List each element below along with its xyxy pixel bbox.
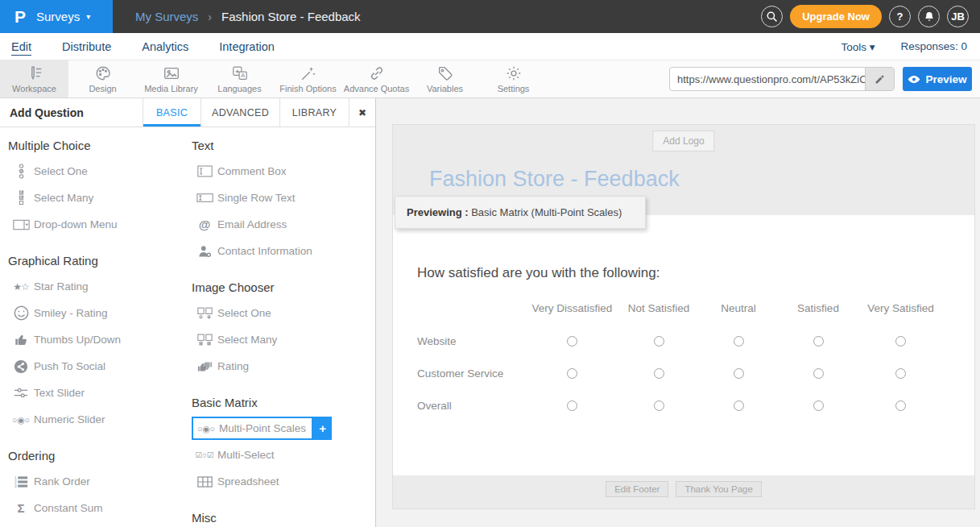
section-title-basic-matrix: Basic Matrix	[192, 396, 375, 409]
question-type-comment-box[interactable]: Comment Box	[192, 158, 375, 185]
matrix-radio-overall-very-dissatisfied[interactable]	[567, 400, 577, 411]
question-type-rating[interactable]: Rating	[192, 353, 375, 380]
toolbar-item-media-library[interactable]: Media Library	[137, 60, 205, 98]
edit-url-button[interactable]	[865, 68, 894, 90]
matrix-radio-overall-very-satisfied[interactable]	[895, 400, 906, 411]
toolbar-item-label: Variables	[427, 84, 463, 93]
toolbar-item-variables[interactable]: Variables	[411, 60, 479, 98]
matrix-radio-website-very-satisfied[interactable]	[895, 336, 906, 346]
notifications-button[interactable]	[918, 6, 940, 27]
matrix-radio-website-not-satisfied[interactable]	[654, 336, 664, 346]
question-type-select-many[interactable]: Select Many	[192, 326, 375, 353]
toolbar-item-label: Finish Options	[279, 84, 336, 93]
avatar[interactable]: JB	[947, 6, 969, 27]
matrix-radio-overall-neutral[interactable]	[734, 400, 744, 411]
matrix-radio-website-very-dissatisfied[interactable]	[567, 336, 577, 346]
question-type-numeric-slider[interactable]: ○◉○Numeric Slider	[8, 406, 192, 433]
add-question-plus-button[interactable]: +	[313, 417, 332, 440]
matrix-cell	[858, 325, 943, 357]
toolbar-item-languages[interactable]: ★ALanguages	[205, 60, 274, 98]
breadcrumb-my-surveys[interactable]: My Surveys	[135, 10, 198, 23]
matrix-radio-website-satisfied[interactable]	[813, 336, 824, 346]
question-type-email-address[interactable]: @Email Address	[192, 211, 375, 238]
matrix-radio-overall-not-satisfied[interactable]	[654, 400, 664, 411]
panel-tab-basic[interactable]: BASIC	[143, 98, 201, 127]
question-type-rank-order[interactable]: 123Rank Order	[8, 468, 192, 495]
question-type-text-slider[interactable]: Text Slider	[8, 380, 192, 406]
thumbs-up-down-icon	[8, 333, 34, 346]
toolbar-item-design[interactable]: Design	[68, 60, 137, 98]
search-button[interactable]	[761, 6, 783, 27]
question-type-drop-down-menu[interactable]: Drop-down Menu	[8, 211, 192, 238]
breadcrumb-current-survey: Fashion Store - Feedback	[221, 10, 361, 23]
nav-tab-edit[interactable]: Edit	[11, 40, 31, 53]
pencil-icon	[875, 74, 885, 85]
toolbar-item-label: Media Library	[144, 84, 198, 93]
survey-preview-area: Add Logo Fashion Store - Feedback How sa…	[376, 98, 980, 527]
question-type-constant-sum[interactable]: ΣConstant Sum	[8, 495, 192, 521]
toolbar-item-label: Workspace	[12, 84, 56, 93]
survey-share-url[interactable]: https://www.questionpro.com/t/AP53kZiOC	[670, 73, 865, 85]
edit-footer-button[interactable]: Edit Footer	[606, 481, 668, 497]
matrix-cell	[618, 357, 699, 389]
question-type-single-row-text[interactable]: Single Row Text	[192, 185, 375, 211]
question-type-label: Thumbs Up/Down	[34, 334, 121, 346]
section-title-text: Text	[192, 139, 375, 152]
image-select-many-icon	[192, 334, 217, 346]
matrix-column-header-very-dissatisfied: Very Dissatisfied	[526, 302, 618, 325]
matrix-radio-website-neutral[interactable]	[734, 336, 744, 346]
toolbar-item-advance-quotas[interactable]: Advance Quotas	[342, 60, 411, 98]
matrix-radio-overall-satisfied[interactable]	[813, 400, 824, 411]
selected-question-type-box: ○◉○Multi-Point Scales	[192, 417, 313, 440]
svg-text:A: A	[241, 72, 245, 79]
responses-count[interactable]: Responses: 0	[900, 40, 967, 53]
question-type-multi-point-scales[interactable]: ○◉○Multi-Point Scales+	[192, 415, 375, 442]
multi-select-icon: ☑○☑	[192, 450, 217, 459]
question-type-select-one[interactable]: Select One	[8, 158, 192, 185]
toolbar-item-finish-options[interactable]: Finish Options	[274, 60, 342, 98]
preview-button[interactable]: Preview	[903, 67, 972, 91]
question-type-multi-select[interactable]: ☑○☑Multi-Select	[192, 442, 375, 468]
question-type-label: Contact Information	[217, 245, 312, 257]
matrix-radio-customer-service-very-dissatisfied[interactable]	[567, 368, 577, 379]
nav-tab-distribute[interactable]: Distribute	[62, 40, 111, 53]
finish-options-icon	[300, 64, 317, 82]
settings-icon	[505, 64, 523, 82]
question-type-select-one[interactable]: Select One	[192, 300, 375, 326]
matrix-radio-customer-service-not-satisfied[interactable]	[654, 368, 664, 379]
matrix-radio-customer-service-very-satisfied[interactable]	[895, 368, 906, 379]
thank-you-page-button[interactable]: Thank You Page	[676, 481, 761, 497]
svg-text:2: 2	[14, 480, 17, 484]
nav-tab-integration[interactable]: Integration	[219, 40, 275, 53]
close-panel-button[interactable]: ✖	[349, 98, 375, 127]
question-type-label: Star Rating	[34, 280, 89, 293]
select-many-checkbox-icon	[8, 190, 34, 205]
question-type-smiley-rating[interactable]: Smiley - Rating	[8, 300, 192, 326]
matrix-cell	[858, 357, 943, 389]
help-button[interactable]: ?	[889, 6, 911, 27]
top-actions: Upgrade Now ? JB	[761, 5, 980, 28]
add-question-panel: Add Question BASICADVANCEDLIBRARY ✖ Mult…	[0, 98, 376, 527]
matrix-radio-customer-service-neutral[interactable]	[734, 368, 744, 379]
toolbar-right: https://www.questionpro.com/t/AP53kZiOC …	[669, 60, 980, 98]
question-type-spreadsheet[interactable]: Spreadsheet	[192, 468, 375, 495]
panel-tab-library[interactable]: LIBRARY	[279, 98, 349, 127]
tools-menu[interactable]: Tools ▾	[841, 40, 875, 53]
question-type-star-rating[interactable]: ★☆Star Rating	[8, 273, 192, 300]
survey-title[interactable]: Fashion Store - Feedback	[429, 167, 680, 192]
question-type-contact-information[interactable]: Contact Information	[192, 238, 375, 264]
product-logo-menu[interactable]: P Surveys ▾	[0, 0, 113, 33]
toolbar-item-settings[interactable]: Settings	[479, 60, 548, 98]
matrix-corner-cell	[417, 302, 526, 325]
toolbar-item-workspace[interactable]: Workspace	[0, 60, 68, 98]
matrix-radio-customer-service-satisfied[interactable]	[813, 368, 824, 379]
content: Add Question BASICADVANCEDLIBRARY ✖ Mult…	[0, 98, 980, 527]
panel-tab-advanced[interactable]: ADVANCED	[201, 98, 279, 127]
matrix-cell	[526, 389, 618, 421]
question-type-push-to-social[interactable]: Push To Social	[8, 353, 192, 380]
upgrade-now-button[interactable]: Upgrade Now	[790, 5, 882, 28]
add-logo-button[interactable]: Add Logo	[652, 131, 714, 151]
nav-tab-analytics[interactable]: Analytics	[142, 40, 188, 53]
question-type-select-many[interactable]: Select Many	[8, 185, 192, 211]
question-type-thumbs-up-down[interactable]: Thumbs Up/Down	[8, 326, 192, 353]
